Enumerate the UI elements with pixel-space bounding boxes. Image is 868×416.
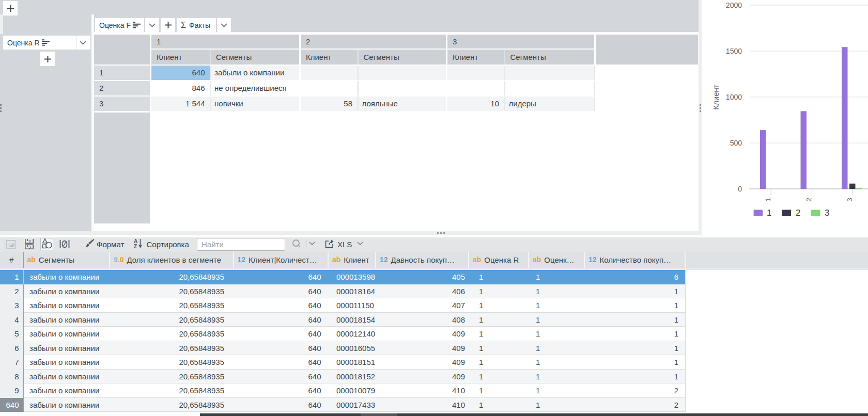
svg-text:3: 3 xyxy=(825,208,829,218)
svg-text:Z: Z xyxy=(134,244,137,249)
svg-text:1000: 1000 xyxy=(726,93,742,101)
svg-text:0: 0 xyxy=(738,185,742,193)
svg-text:2: 2 xyxy=(796,208,800,218)
svg-text:1500: 1500 xyxy=(726,47,742,55)
svg-text:2: 2 xyxy=(28,239,31,244)
svg-text:3: 3 xyxy=(846,198,854,202)
svg-text:Клиент: Клиент xyxy=(711,84,720,109)
svg-text:1: 1 xyxy=(767,208,771,218)
svg-text:2: 2 xyxy=(805,198,813,202)
svg-text:3: 3 xyxy=(28,245,31,249)
svg-text:2000: 2000 xyxy=(726,1,742,9)
svg-text:500: 500 xyxy=(730,139,742,147)
svg-text:1: 1 xyxy=(764,198,772,202)
